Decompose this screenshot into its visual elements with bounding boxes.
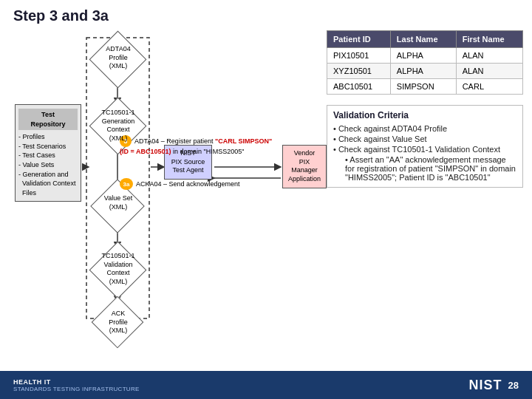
cell-patient-id: XYZ10501 [327,64,391,79]
footer-sub-text: STANDARDS TESTING INFRASTRUCTURE [13,386,140,392]
validation-box: Validation Criteria Check against ADTA04… [327,105,523,188]
cell-first-name: CARL [456,79,522,95]
test-repo-scenarios: - Test Scenarios [18,142,78,151]
page-title: Step 3 and 3a [13,7,519,24]
col-first-name: First Name [456,31,522,48]
cell-last-name: SIMPSON [390,79,456,95]
page-number: 28 [508,380,519,391]
test-repo-files: Files [18,188,78,198]
test-repo-profiles: - Profiles [18,132,78,142]
tc10501-val-label: TC10501-1ValidationContext(XML) [101,252,134,285]
footer-right: NIST 28 [469,378,519,393]
validation-list: Check against ADTA04 ProfileCheck agains… [333,123,516,183]
right-panel: Patient ID Last Name First Name PIX10501… [327,30,523,333]
footer-logo-text: HEALTH IT [13,378,140,386]
test-repo-validation-context: Validation Context [18,179,78,188]
tc10501-gen-label: TC10501-1GenerationContext(XML) [101,109,134,142]
message-3a-container: 3a ACKA04 – Send acknowledgement [120,178,282,190]
test-repo-title: TestRepository [18,109,78,130]
test-repo-valuesets: - Value Sets [18,160,78,170]
msg3a-text: ACKA04 – Send acknowledgement [136,180,240,188]
test-repo-cases: - Test Cases [18,151,78,160]
footer: HEALTH IT STANDARDS TESTING INFRASTRUCTU… [0,371,532,399]
validation-title: Validation Criteria [333,110,516,120]
adta04-diamond-wrapper: ADTA04Profile(XML) [90,38,146,82]
tc10501-val-diamond-wrapper: TC10501-1ValidationContext(XML) [90,248,146,296]
cell-last-name: ALPHA [390,48,456,64]
msg3-text: ADTA04 – Register patient [134,137,215,145]
ack-diamond-wrapper: ACKProfile(XML) [90,304,146,342]
cell-patient-id: ABC10501 [327,79,391,95]
test-repository-box: TestRepository - Profiles - Test Scenari… [15,104,81,202]
validation-item: Assert an "AA" acknowledgement message f… [333,154,516,183]
col-last-name: Last Name [390,31,456,48]
nist-logo: NIST [469,378,502,393]
page-header: Step 3 and 3a [0,0,532,27]
footer-left: HEALTH IT STANDARDS TESTING INFRASTRUCTU… [13,378,140,392]
validation-item: Check against TC10501-1 Validation Conte… [333,144,516,154]
value-set-label: Value Set(XML) [104,194,132,211]
page-container: Step 3 and 3a [0,0,532,399]
vendor-box: VendorPIXManagerApplication [282,145,327,188]
table-row: ABC10501SIMPSONCARL [327,79,523,95]
ack-label: ACKProfile(XML) [109,310,128,334]
value-set-diamond-wrapper: Value Set(XML) [90,187,146,228]
table-row: XYZ10501ALPHAALAN [327,64,523,79]
diagram-area: TestRepository - Profiles - Test Scenari… [9,30,319,333]
cell-last-name: ALPHA [390,64,456,79]
cell-first-name: ALAN [456,64,522,79]
patient-table: Patient ID Last Name First Name PIX10501… [327,30,523,95]
adta04-label: ADTA04Profile(XML) [106,45,130,69]
vendor-label: VendorPIXManagerApplication [288,149,321,183]
cell-first-name: ALAN [456,48,522,64]
msg3a-badge: 3a [120,178,133,190]
msg3-domain: in domain "HIMSS2005" [173,148,244,155]
validation-item: Check against ADTA04 Profile [333,123,516,134]
main-content: TestRepository - Profiles - Test Scenari… [0,27,532,333]
table-row: PIX10501ALPHAALAN [327,48,523,64]
cell-patient-id: PIX10501 [327,48,391,64]
patient-table-container: Patient ID Last Name First Name PIX10501… [327,30,523,95]
test-repo-generation: - Generation and [18,170,78,180]
col-patient-id: Patient ID [327,31,391,48]
validation-item: Check against Value Set [333,134,516,144]
